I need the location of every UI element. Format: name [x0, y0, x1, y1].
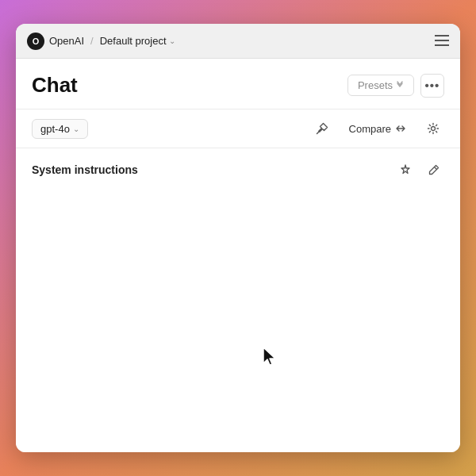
svg-point-4	[432, 127, 436, 131]
app-window: O OpenAI / Default project ⌄ Chat	[16, 24, 460, 452]
main-content: Chat Presets •••	[16, 59, 460, 452]
page-title: Chat	[32, 73, 78, 98]
hamburger-icon[interactable]	[435, 34, 449, 48]
section-actions	[395, 159, 444, 180]
model-chevron-icon: ⌄	[73, 125, 79, 133]
org-logo: O	[27, 33, 44, 50]
toolbar: gpt-4o ⌄ Compare	[16, 109, 460, 148]
system-instructions-label: System instructions	[32, 163, 138, 176]
magic-icon[interactable]	[395, 159, 416, 180]
titlebar: O OpenAI / Default project ⌄	[16, 24, 460, 59]
page-header: Chat Presets •••	[16, 59, 460, 109]
toolbar-left: gpt-4o ⌄	[32, 119, 88, 139]
project-name[interactable]: Default project ⌄	[100, 35, 175, 47]
edit-icon[interactable]	[424, 159, 444, 180]
titlebar-separator: /	[90, 35, 94, 47]
pin-icon[interactable]	[311, 117, 333, 140]
header-actions: Presets •••	[347, 74, 444, 98]
presets-button[interactable]: Presets	[347, 75, 414, 96]
titlebar-left: O OpenAI / Default project ⌄	[27, 33, 435, 50]
org-name[interactable]: OpenAI	[49, 35, 84, 47]
content-area	[16, 191, 460, 452]
titlebar-right	[435, 34, 449, 48]
settings-icon[interactable]	[422, 117, 444, 140]
presets-chevron-icon	[396, 81, 404, 90]
compare-button[interactable]: Compare	[344, 120, 411, 138]
model-selector[interactable]: gpt-4o ⌄	[32, 119, 88, 139]
svg-line-5	[435, 167, 437, 170]
more-options-button[interactable]: •••	[420, 74, 444, 98]
toolbar-right: Compare	[311, 117, 444, 140]
svg-marker-6	[263, 347, 275, 365]
system-instructions-section: System instructions	[16, 148, 460, 191]
mouse-cursor	[262, 346, 279, 368]
project-chevron-icon: ⌄	[169, 36, 175, 45]
